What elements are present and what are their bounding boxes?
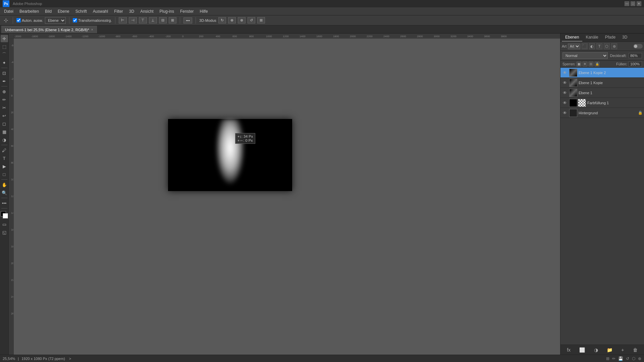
align-bottom-btn[interactable]: ⊞: [169, 17, 176, 23]
add-layer-button[interactable]: +: [621, 347, 624, 353]
3d-pan-btn[interactable]: ⊞: [257, 17, 265, 23]
svg-text:1400: 1400: [300, 35, 306, 38]
layer-row-2[interactable]: 👁 Ebene 1: [560, 88, 644, 98]
opacity-input[interactable]: [629, 53, 642, 58]
quick-mask-btn[interactable]: ◱: [1, 229, 8, 236]
tab-kanaele[interactable]: Kanäle: [582, 34, 601, 42]
more-tools-btn[interactable]: •••: [1, 199, 8, 207]
crop-tool-btn[interactable]: ⊡: [1, 69, 8, 77]
shape-tool-btn[interactable]: □: [1, 171, 8, 178]
clone-stamp-btn[interactable]: ✂: [1, 104, 8, 111]
minimize-button[interactable]: —: [625, 1, 629, 6]
lock-artboards-btn[interactable]: ⊡: [589, 62, 593, 66]
menu-fenster[interactable]: Fenster: [177, 8, 197, 14]
tab-ebenen[interactable]: Ebenen: [562, 34, 582, 42]
more-options-btn[interactable]: •••: [183, 17, 192, 23]
delete-layer-button[interactable]: 🗑: [633, 347, 638, 353]
svg-text:-2000: -2000: [14, 35, 21, 38]
transform-checkbox[interactable]: [73, 18, 77, 22]
menu-schrift[interactable]: Schrift: [73, 8, 90, 14]
zoom-tool-btn[interactable]: 🔍: [1, 189, 8, 196]
menu-filter[interactable]: Filter: [111, 8, 126, 14]
filter-type-select[interactable]: Art: [568, 44, 580, 49]
dodge-tool-btn[interactable]: ◑: [1, 136, 8, 143]
filter-adjustment-btn[interactable]: ◐: [589, 43, 595, 49]
fx-button[interactable]: fx: [567, 347, 571, 353]
menu-hilfe[interactable]: Hilfe: [197, 8, 211, 14]
layer-visibility-3[interactable]: 👁: [562, 100, 568, 106]
lock-move-btn[interactable]: ✛: [583, 62, 587, 66]
menu-datei[interactable]: Datei: [1, 8, 16, 14]
move-tool-btn[interactable]: ✛: [1, 35, 8, 42]
screen-mode-btn[interactable]: ▭: [1, 221, 8, 228]
color-swatch[interactable]: [1, 211, 8, 219]
menu-bild[interactable]: Bild: [42, 8, 54, 14]
history-icon[interactable]: ↺: [626, 356, 629, 361]
artboards-icon[interactable]: ⬡: [632, 356, 635, 361]
layer-visibility-2[interactable]: 👁: [562, 90, 568, 96]
menu-3d[interactable]: 3D: [126, 8, 137, 14]
layer-mode-select[interactable]: Ebene: [45, 17, 66, 24]
auto-select-checkbox[interactable]: [16, 18, 21, 22]
canvas-area[interactable]: +↕: 34 Px +↔: 0 Px: [14, 39, 560, 355]
filter-type-btn[interactable]: T: [596, 43, 602, 49]
close-button[interactable]: ✕: [637, 1, 641, 6]
maximize-button[interactable]: □: [631, 1, 635, 6]
tab-3d[interactable]: 3D: [619, 34, 631, 42]
brush-tool-btn[interactable]: ✏: [1, 96, 8, 103]
layer-visibility-0[interactable]: 👁: [562, 70, 568, 76]
lock-pixels-btn[interactable]: ▦: [577, 62, 581, 66]
menu-ansicht[interactable]: Ansicht: [138, 8, 156, 14]
add-mask-button[interactable]: ⬜: [579, 347, 585, 353]
filter-shape-btn[interactable]: ⬡: [604, 43, 610, 49]
layer-row-4[interactable]: 👁 Hintergrund 🔒: [560, 108, 644, 118]
tab-pfade[interactable]: Pfade: [602, 34, 619, 42]
magic-wand-btn[interactable]: ✦: [1, 59, 8, 66]
pen-tool-btn[interactable]: 🖊: [1, 146, 8, 154]
layer-row-0[interactable]: 👁 Ebene 1 Kopie 2: [560, 68, 644, 78]
eraser-tool-btn[interactable]: ◻: [1, 120, 8, 127]
align-top-btn[interactable]: ⊥: [149, 17, 157, 23]
align-right-btn[interactable]: ⊤: [139, 17, 147, 23]
document-tab[interactable]: Unbenannt-1 bei 25,5% (Ebene 1 Kopie 2, …: [1, 26, 97, 33]
filter-pixel-btn[interactable]: ⬛: [582, 43, 588, 49]
add-group-button[interactable]: 📁: [607, 347, 612, 353]
lasso-tool-btn[interactable]: ⌒: [1, 51, 8, 58]
add-adjustment-button[interactable]: ◑: [594, 347, 598, 353]
menu-auswahl[interactable]: Auswahl: [90, 8, 111, 14]
svg-text:0: 0: [182, 35, 184, 38]
3d-move-btn[interactable]: ⊕: [228, 17, 236, 23]
eyedropper-btn[interactable]: ✒: [1, 77, 8, 85]
heal-tool-btn[interactable]: ⊕: [1, 88, 8, 95]
text-tool-btn[interactable]: T: [1, 155, 8, 162]
align-center-v-btn[interactable]: ⊟: [159, 17, 167, 23]
share-icon[interactable]: ⊕: [638, 356, 641, 361]
gradient-tool-btn[interactable]: ▦: [1, 128, 8, 135]
layer-visibility-1[interactable]: 👁: [562, 80, 568, 86]
layer-visibility-4[interactable]: 👁: [562, 110, 568, 116]
menu-plugins[interactable]: Plug-ins: [157, 8, 177, 14]
window-controls[interactable]: — □ ✕: [625, 1, 641, 6]
layer-row-1[interactable]: 👁 Ebene 1 Kopie: [560, 78, 644, 88]
layer-row-3[interactable]: 👁 Farbfüllung 1: [560, 98, 644, 108]
blend-mode-select[interactable]: Normal: [562, 52, 608, 59]
menu-ebene[interactable]: Ebene: [55, 8, 72, 14]
3d-rotate-btn[interactable]: ↻: [218, 17, 226, 23]
tab-close-button[interactable]: ×: [91, 28, 93, 32]
menu-bearbeiten[interactable]: Bearbeiten: [17, 8, 42, 14]
path-selection-btn[interactable]: ▶: [1, 163, 8, 170]
save-icon[interactable]: 💾: [618, 356, 623, 361]
fill-input[interactable]: [629, 61, 642, 67]
align-left-btn[interactable]: ⊢: [119, 17, 127, 23]
arrange-icon[interactable]: ⊞: [606, 356, 609, 361]
3d-roll-btn[interactable]: ↺: [248, 17, 255, 23]
align-center-h-btn[interactable]: ⊣: [129, 17, 137, 23]
filter-toggle[interactable]: [633, 44, 643, 49]
hand-tool-btn[interactable]: ✋: [1, 181, 8, 188]
selection-tool-btn[interactable]: ⬚: [1, 43, 8, 50]
history-brush-btn[interactable]: ↩: [1, 112, 8, 119]
3d-scale-btn[interactable]: ⊗: [238, 17, 246, 23]
filter-smart-btn[interactable]: ⊛: [611, 43, 617, 49]
edit-icon[interactable]: ✏: [612, 356, 615, 361]
lock-all-btn[interactable]: 🔒: [595, 62, 599, 66]
